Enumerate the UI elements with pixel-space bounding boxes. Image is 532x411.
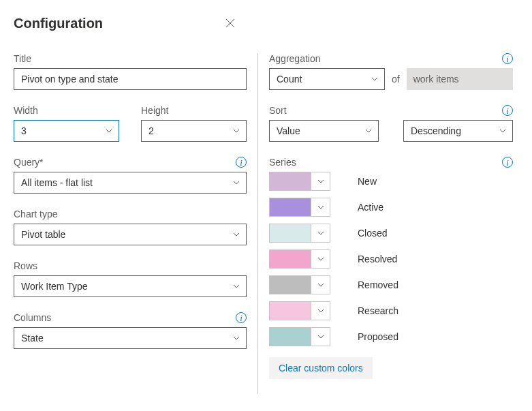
series-name: Closed <box>358 228 388 239</box>
chart-type-select[interactable]: Pivot table <box>14 224 247 245</box>
width-value: 3 <box>21 125 27 136</box>
rows-value: Work Item Type <box>21 281 88 292</box>
aggregation-select[interactable]: Count <box>269 68 385 90</box>
series-row: New <box>269 172 513 191</box>
info-icon[interactable]: i <box>236 312 247 323</box>
series-color-control[interactable] <box>269 249 330 269</box>
series-row: Removed <box>269 275 513 294</box>
chevron-down-icon <box>371 75 379 83</box>
chevron-down-icon <box>364 127 373 135</box>
query-select[interactable]: All items - flat list <box>14 172 247 194</box>
info-icon[interactable]: i <box>236 157 247 168</box>
color-swatch <box>270 172 311 190</box>
chevron-down-icon <box>232 334 240 342</box>
columns-value: State <box>21 333 44 344</box>
series-row: Proposed <box>269 327 513 346</box>
color-swatch <box>270 302 311 320</box>
sort-direction-value: Descending <box>411 125 461 136</box>
chevron-down-icon <box>232 127 240 135</box>
chevron-down-icon[interactable] <box>311 328 330 346</box>
series-list: NewActiveClosedResolvedRemovedResearchPr… <box>269 172 513 346</box>
columns-label: Columns <box>14 312 51 323</box>
color-swatch <box>270 250 311 268</box>
chevron-down-icon <box>232 282 240 290</box>
series-color-control[interactable] <box>269 275 330 294</box>
height-label: Height <box>141 105 168 116</box>
rows-label: Rows <box>14 260 37 271</box>
series-color-control[interactable] <box>269 172 330 191</box>
series-row: Research <box>269 301 513 320</box>
sort-by-value: Value <box>277 125 300 136</box>
chevron-down-icon <box>232 230 240 239</box>
of-label: of <box>392 74 400 85</box>
series-name: Active <box>358 202 384 213</box>
height-value: 2 <box>148 125 154 136</box>
chevron-down-icon[interactable] <box>311 198 330 216</box>
chevron-down-icon[interactable] <box>311 224 330 242</box>
chevron-down-icon <box>105 127 113 135</box>
series-color-control[interactable] <box>269 327 330 346</box>
title-input[interactable] <box>14 68 247 90</box>
series-label: Series <box>269 157 296 168</box>
series-row: Active <box>269 198 513 217</box>
width-label: Width <box>14 105 38 116</box>
width-select[interactable]: 3 <box>14 120 119 142</box>
series-color-control[interactable] <box>269 224 330 243</box>
rows-select[interactable]: Work Item Type <box>14 275 247 297</box>
page-title: Configuration <box>14 16 103 31</box>
color-swatch <box>270 224 311 242</box>
color-swatch <box>270 198 311 216</box>
series-name: Research <box>358 305 398 316</box>
query-label: Query* <box>14 157 44 168</box>
series-name: Removed <box>358 279 398 290</box>
aggregation-target: work items <box>407 68 513 90</box>
series-row: Resolved <box>269 249 513 269</box>
sort-label: Sort <box>269 105 287 116</box>
series-row: Closed <box>269 224 513 243</box>
chevron-down-icon[interactable] <box>311 250 330 268</box>
series-name: Resolved <box>358 254 397 264</box>
sort-direction-select[interactable]: Descending <box>403 120 513 142</box>
query-value: All items - flat list <box>21 177 93 188</box>
info-icon[interactable]: i <box>502 157 513 168</box>
chevron-down-icon <box>232 179 240 187</box>
series-name: Proposed <box>358 331 398 342</box>
close-icon <box>225 18 236 29</box>
clear-custom-colors-button[interactable]: Clear custom colors <box>269 357 373 379</box>
title-label: Title <box>14 53 31 64</box>
series-color-control[interactable] <box>269 301 330 320</box>
chart-type-value: Pivot table <box>21 229 65 240</box>
aggregation-label: Aggregation <box>269 53 321 64</box>
chevron-down-icon <box>499 127 507 135</box>
series-color-control[interactable] <box>269 198 330 217</box>
info-icon[interactable]: i <box>502 105 513 116</box>
color-swatch <box>270 328 311 346</box>
series-name: New <box>358 176 377 187</box>
height-select[interactable]: 2 <box>141 120 247 142</box>
info-icon[interactable]: i <box>502 53 513 64</box>
chevron-down-icon[interactable] <box>311 276 330 294</box>
chart-type-label: Chart type <box>14 209 58 219</box>
aggregation-value: Count <box>277 74 302 85</box>
chevron-down-icon[interactable] <box>311 172 330 190</box>
columns-select[interactable]: State <box>14 327 247 349</box>
close-button[interactable] <box>219 12 241 34</box>
sort-by-select[interactable]: Value <box>269 120 379 142</box>
color-swatch <box>270 276 311 294</box>
chevron-down-icon[interactable] <box>311 302 330 320</box>
